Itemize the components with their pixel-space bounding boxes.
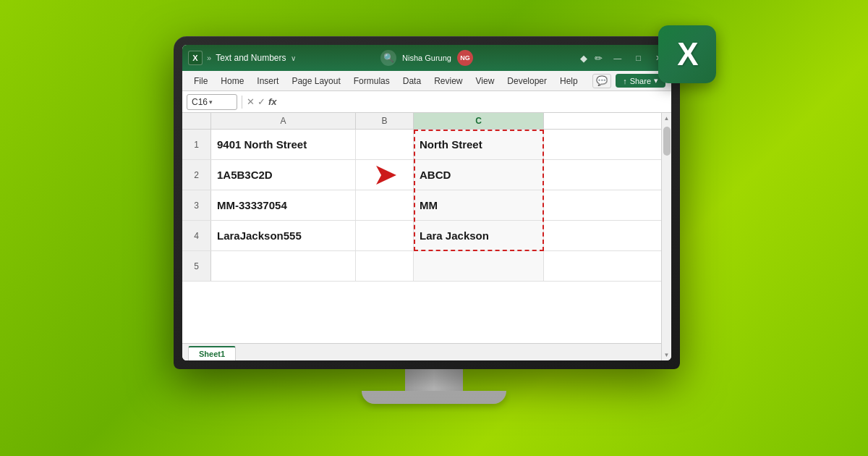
formula-input[interactable] [280, 94, 667, 110]
column-headers: A B C [182, 113, 661, 130]
cell-b4[interactable] [356, 221, 414, 250]
excel-icon-small: X [188, 51, 203, 65]
cell-b5[interactable] [356, 251, 414, 281]
table-row: 3 MM-33337054 MM [182, 190, 661, 221]
title-username: Nisha Gurung [402, 54, 451, 62]
monitor-stand-base [362, 391, 506, 404]
diamond-icon[interactable]: ◆ [580, 53, 587, 64]
row-number-5: 5 [182, 251, 211, 281]
vertical-scrollbar[interactable]: ▲ ▼ [661, 113, 671, 360]
spreadsheet: A B C 1 9401 N [182, 113, 671, 360]
monitor-screen: X » Text and Numbers ∨ 🔍 Nisha Gurung NG… [182, 45, 671, 360]
name-box[interactable]: C16 ▾ [187, 94, 237, 110]
scroll-up-arrow[interactable]: ▲ [664, 113, 670, 124]
col-header-a[interactable]: A [211, 113, 356, 129]
row-number-4: 4 [182, 221, 211, 250]
name-box-dropdown[interactable]: ▾ [209, 98, 213, 106]
menu-page-layout[interactable]: Page Layout [286, 73, 346, 89]
maximize-button[interactable]: □ [632, 52, 644, 64]
menu-home[interactable]: Home [215, 73, 250, 89]
title-bar-left: X » Text and Numbers ∨ [188, 51, 347, 65]
title-avatar: NG [457, 50, 473, 66]
red-arrow-icon: ➤ [374, 162, 396, 188]
cell-a1[interactable]: 9401 North Street [211, 130, 356, 159]
title-bar-arrows: » [207, 54, 211, 62]
menu-insert[interactable]: Insert [251, 73, 284, 89]
table-row: 4 LaraJackson555 Lara Jackson [182, 221, 661, 251]
title-search-icon[interactable]: 🔍 [380, 50, 396, 66]
title-bar-center: 🔍 Nisha Gurung NG [347, 50, 506, 66]
title-bar-filename: Text and Numbers [216, 53, 286, 63]
cell-b2[interactable]: ➤ [356, 160, 414, 190]
row-number-header [182, 113, 211, 129]
confirm-formula-icon[interactable]: ✓ [258, 96, 265, 107]
name-box-value: C16 [192, 97, 208, 107]
share-label: Share [630, 77, 651, 85]
menu-review[interactable]: Review [428, 73, 468, 89]
menu-file[interactable]: File [188, 73, 213, 89]
sheet-rows: 1 9401 North Street North Street 2 1A5B3… [182, 130, 661, 343]
menu-data[interactable]: Data [397, 73, 427, 89]
monitor-screen-outer: X » Text and Numbers ∨ 🔍 Nisha Gurung NG… [174, 36, 680, 369]
cell-c2[interactable]: ABCD [414, 160, 544, 190]
formula-icons: ✕ ✓ fx [247, 96, 277, 107]
title-bar-dropdown-arrow[interactable]: ∨ [291, 54, 296, 62]
pencil-icon[interactable]: ✏ [595, 53, 603, 64]
monitor-stand-neck [405, 369, 463, 391]
scrollbar-thumb[interactable] [663, 127, 671, 156]
sheet-tabs: Sheet1 [182, 343, 661, 360]
cancel-formula-icon[interactable]: ✕ [247, 96, 255, 107]
menu-bar: File Home Insert Page Layout Formulas Da… [182, 71, 671, 91]
formula-separator [242, 96, 242, 109]
cell-c5[interactable] [414, 251, 544, 281]
formula-bar: C16 ▾ ✕ ✓ fx [182, 91, 671, 113]
monitor: X X » Text and Numbers ∨ 🔍 [174, 36, 694, 420]
table-row: 1 9401 North Street North Street [182, 130, 661, 160]
minimize-button[interactable]: — [610, 52, 625, 64]
table-row: 2 1A5B3C2D ➤ ABCD [182, 160, 661, 190]
menu-view[interactable]: View [470, 73, 501, 89]
cell-c4[interactable]: Lara Jackson [414, 221, 544, 250]
menu-developer[interactable]: Developer [501, 73, 553, 89]
menu-help[interactable]: Help [554, 73, 584, 89]
cell-b3[interactable] [356, 190, 414, 220]
scroll-down-arrow[interactable]: ▼ [664, 350, 670, 360]
row-number-2: 2 [182, 160, 211, 190]
menu-bar-right: 💬 ↑ Share ▾ [592, 74, 665, 88]
row-number-3: 3 [182, 190, 211, 220]
row-number-1: 1 [182, 130, 211, 159]
col-header-c[interactable]: C [414, 113, 544, 129]
sheet-tab-1[interactable]: Sheet1 [188, 346, 236, 360]
cell-c1[interactable]: North Street [414, 130, 544, 159]
cell-b1[interactable] [356, 130, 414, 159]
excel-window: X » Text and Numbers ∨ 🔍 Nisha Gurung NG… [182, 45, 671, 360]
share-icon: ↑ [623, 77, 627, 85]
excel-logo-x: X [677, 36, 697, 72]
cell-a2[interactable]: 1A5B3C2D [211, 160, 356, 190]
cell-a3[interactable]: MM-33337054 [211, 190, 356, 220]
cell-a5[interactable] [211, 251, 356, 281]
col-header-b[interactable]: B [356, 113, 414, 129]
table-row: 5 [182, 251, 661, 282]
cell-c3[interactable]: MM [414, 190, 544, 220]
share-dropdown[interactable]: ▾ [654, 76, 658, 85]
cell-a4[interactable]: LaraJackson555 [211, 221, 356, 250]
title-bar: X » Text and Numbers ∨ 🔍 Nisha Gurung NG… [182, 45, 671, 71]
excel-logo-badge: X [658, 25, 716, 83]
menu-formulas[interactable]: Formulas [348, 73, 396, 89]
fx-icon[interactable]: fx [268, 96, 277, 107]
comment-icon[interactable]: 💬 [592, 74, 611, 88]
title-bar-right: ◆ ✏ — □ ✕ [506, 52, 665, 64]
sheet-main: A B C 1 9401 N [182, 113, 661, 360]
